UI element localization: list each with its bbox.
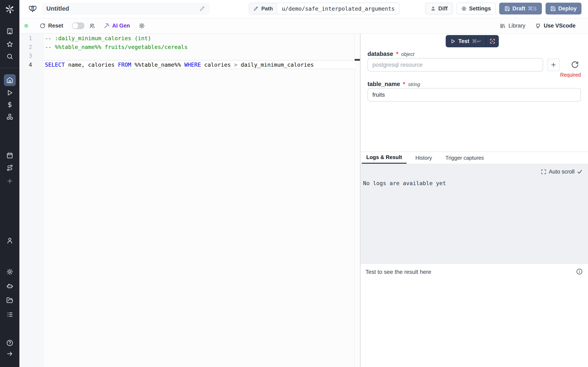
- use-vscode-button[interactable]: Use VScode: [535, 23, 576, 29]
- app-sidebar: [0, 0, 19, 367]
- reset-button[interactable]: Reset: [40, 23, 63, 29]
- info-icon[interactable]: [576, 268, 583, 275]
- settings-label: Settings: [469, 6, 491, 12]
- toggle-knob: [72, 23, 78, 29]
- gear-icon[interactable]: [6, 268, 13, 275]
- sql-rhs: daily_minimum_calories: [237, 62, 314, 68]
- dollar-icon[interactable]: [6, 101, 13, 108]
- capture-button[interactable]: [486, 35, 499, 47]
- sidebar-item-home[interactable]: [4, 74, 16, 86]
- tab-label: History: [415, 155, 432, 161]
- result-pane: Test to see the result here: [361, 263, 588, 367]
- sql-columns: name, calories: [65, 62, 118, 68]
- editor-toolbar: Reset AI Gen Library Use VScode: [19, 18, 588, 34]
- draft-shortcut: ⌘S: [528, 6, 536, 12]
- top-bar: Untitled Path u/demo/safe_interpolated_a…: [19, 0, 588, 18]
- line-number-active: 4: [19, 62, 32, 68]
- deploy-button[interactable]: Deploy: [545, 3, 581, 15]
- script-title: Untitled: [46, 5, 199, 12]
- magic-wand-icon: [104, 23, 110, 29]
- maximize-icon[interactable]: [541, 169, 546, 175]
- ai-gen-button[interactable]: AI Gen: [104, 23, 130, 29]
- sql-comment: -- %%table_name%% fruits/vegetables/cere…: [45, 44, 188, 50]
- required-asterisk: *: [396, 50, 398, 57]
- refresh-resource-icon[interactable]: [571, 60, 579, 69]
- record-dot: [492, 40, 493, 42]
- use-vscode-label: Use VScode: [544, 23, 576, 29]
- test-button[interactable]: Test ⌘↵: [446, 35, 486, 47]
- help-icon[interactable]: [6, 340, 13, 346]
- field-name: table_name: [367, 81, 400, 87]
- calendar-icon[interactable]: [6, 152, 13, 159]
- folder-open-icon[interactable]: [6, 297, 13, 304]
- script-title-box[interactable]: Untitled: [42, 3, 210, 15]
- autoscroll-control[interactable]: Auto scroll: [541, 169, 582, 175]
- windmill-logo-icon[interactable]: [5, 5, 14, 14]
- line-number: 3: [19, 53, 32, 59]
- robot-icon[interactable]: [6, 283, 13, 290]
- diff-button[interactable]: Diff: [425, 3, 453, 15]
- code-line-2[interactable]: 2 -- %%table_name%% fruits/vegetables/ce…: [19, 43, 360, 51]
- status-dot: [24, 24, 28, 28]
- route-icon[interactable]: [6, 164, 13, 171]
- sql-table: %%table_name%%: [131, 62, 184, 68]
- arrow-right-icon[interactable]: [6, 350, 13, 357]
- diff-label: Diff: [438, 6, 448, 12]
- logs-area: Auto scroll No logs are available yet: [361, 164, 588, 263]
- result-tabs: Logs & Result History Trigger captures: [361, 151, 588, 164]
- edit-path-pencil-icon[interactable]: [253, 6, 259, 11]
- add-resource-button[interactable]: [547, 58, 560, 71]
- field-label-database: database* object: [367, 50, 414, 57]
- tab-label: Trigger captures: [445, 155, 484, 161]
- star-icon[interactable]: [6, 41, 13, 48]
- path-group[interactable]: Path u/demo/safe_interpolated_arguments: [249, 3, 399, 15]
- users-icon[interactable]: [89, 23, 95, 29]
- building-icon[interactable]: [6, 28, 13, 35]
- search-icon[interactable]: [6, 53, 13, 60]
- settings-button[interactable]: Settings: [457, 3, 495, 15]
- plus-icon: [550, 62, 557, 68]
- table-name-input[interactable]: [367, 88, 581, 101]
- sql-lhs: calories: [201, 62, 234, 68]
- collaboration-toggle[interactable]: [72, 22, 85, 29]
- tab-trigger-captures[interactable]: Trigger captures: [441, 152, 488, 164]
- logs-empty-message: No logs are available yet: [363, 180, 446, 186]
- plus-icon[interactable]: [6, 178, 13, 184]
- library-button[interactable]: Library: [500, 23, 525, 29]
- save-icon: [550, 6, 556, 11]
- code-line-3[interactable]: 3: [19, 51, 360, 60]
- result-placeholder: Test to see the result here: [365, 269, 431, 275]
- boxes-icon[interactable]: [6, 113, 13, 120]
- user-icon[interactable]: [6, 237, 13, 244]
- line-number: 1: [19, 35, 32, 42]
- sql-keyword: FROM: [118, 62, 131, 68]
- library-icon: [500, 23, 506, 29]
- code-line-4[interactable]: 4 SELECT name, calories FROM %%table_nam…: [19, 60, 360, 69]
- sql-operator: >: [234, 62, 237, 68]
- play-icon[interactable]: [6, 89, 13, 96]
- draft-button[interactable]: Draft ⌘S: [499, 3, 542, 15]
- check-icon: [577, 169, 582, 175]
- list-icon[interactable]: [6, 311, 13, 318]
- settings-gear-icon: [461, 6, 467, 11]
- tab-history[interactable]: History: [411, 152, 437, 164]
- editor-settings-gear-icon[interactable]: [139, 23, 145, 29]
- test-label: Test: [458, 38, 469, 44]
- test-shortcut: ⌘↵: [472, 38, 481, 44]
- field-type: object: [401, 51, 414, 57]
- draft-label: Draft: [512, 6, 525, 12]
- database-input[interactable]: [367, 58, 543, 72]
- sql-statement: SELECT name, calories FROM %%table_name%…: [45, 62, 314, 68]
- field-type: string: [408, 82, 420, 87]
- run-panel: Test ⌘↵ database* object Required table_…: [361, 34, 588, 367]
- edit-title-pencil-icon[interactable]: [199, 6, 205, 12]
- code-editor[interactable]: 1 -- :daily_minimum_calories (int) 2 -- …: [19, 34, 360, 367]
- field-name: database: [367, 50, 393, 57]
- tab-logs-result[interactable]: Logs & Result: [362, 152, 406, 164]
- code-line-1[interactable]: 1 -- :daily_minimum_calories (int): [19, 34, 360, 43]
- field-label-table-name: table_name* string: [367, 81, 420, 87]
- editor-scroll-gutter: [354, 34, 355, 367]
- deploy-label: Deploy: [558, 6, 577, 12]
- path-value[interactable]: u/demo/safe_interpolated_arguments: [277, 3, 399, 14]
- sql-keyword: WHERE: [184, 62, 201, 68]
